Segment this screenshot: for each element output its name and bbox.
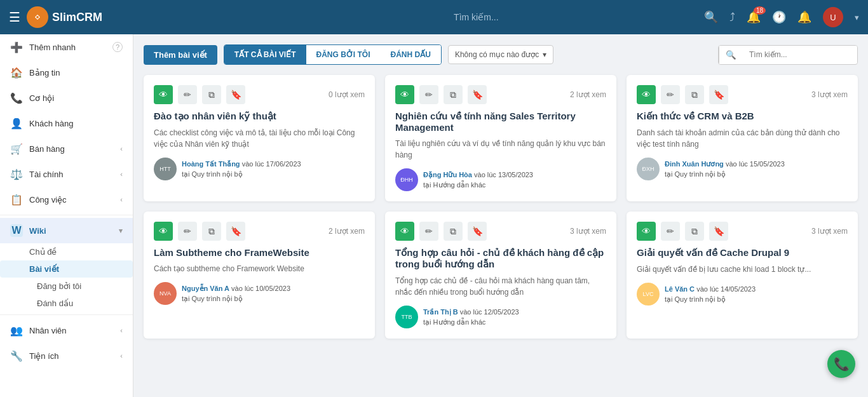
sidebar-item-cong-viec[interactable]: 📋 Công việc ‹	[0, 187, 133, 212]
nav-icons: 🔍 ⤴ 🔔 18 🕐 🔔 U ▾	[704, 7, 859, 27]
main-layout: ➕ Thêm nhanh ? 🏠 Bảng tin 📞 Cơ hội 👤 Khá…	[0, 34, 868, 397]
card-header-5: 👁 ✏ ⧉ 🔖 3 lượt xem	[395, 222, 606, 241]
edit-icon-btn-6[interactable]: ✏	[661, 222, 680, 241]
card-title-3: Kiến thức về CRM và B2B	[637, 111, 848, 122]
home-icon: 🏠	[10, 66, 23, 79]
sidebar-sub-dang-boi-toi[interactable]: Đăng bởi tôi	[0, 278, 133, 295]
sidebar-item-co-hoi[interactable]: 📞 Cơ hội	[0, 85, 133, 111]
phone-fab-button[interactable]: 📞	[827, 350, 855, 378]
search-icon[interactable]: 🔍	[704, 10, 718, 24]
author-category-5: tại Hướng dẫn khác	[423, 317, 519, 328]
edit-icon-btn-4[interactable]: ✏	[178, 222, 197, 241]
top-search[interactable]	[255, 12, 698, 22]
bookmark-icon-btn-1[interactable]: 🔖	[226, 85, 245, 104]
view-icon-btn-5[interactable]: 👁	[395, 222, 414, 241]
arrow-icon-task: ‹	[120, 196, 123, 203]
sidebar-sub-bai-viet[interactable]: Bài viết	[0, 260, 133, 278]
wiki-card-4: 👁 ✏ ⧉ 🔖 2 lượt xem Làm Subtheme cho Fram…	[144, 212, 375, 339]
tab-my-posts[interactable]: ĐĂNG BỞI TÔI	[306, 45, 381, 64]
sidebar-item-ban-hang[interactable]: 🛒 Bán hàng ‹	[0, 136, 133, 161]
sidebar-item-them-nhanh[interactable]: ➕ Thêm nhanh ?	[0, 34, 133, 60]
sidebar-item-tai-chinh[interactable]: ⚖️ Tài chính ‹	[0, 161, 133, 187]
card-desc-2: Tài liệu nghiên cứu và ví dụ về tính năn…	[395, 138, 606, 161]
card-header-4: 👁 ✏ ⧉ 🔖 2 lượt xem	[154, 222, 365, 241]
author-name-5: Trần Thị B	[423, 308, 458, 316]
card-views-4: 2 lượt xem	[329, 227, 365, 236]
edit-icon-btn-5[interactable]: ✏	[419, 222, 438, 241]
alert-icon[interactable]: 🔔	[797, 10, 811, 24]
clock-icon[interactable]: 🕐	[772, 10, 786, 24]
sidebar-item-wiki[interactable]: W Wiki ▾	[0, 218, 133, 243]
bookmark-icon-btn-3[interactable]: 🔖	[709, 85, 728, 104]
author-category-6: tại Quy trình nội bộ	[665, 294, 756, 305]
share-icon[interactable]: ⤴	[729, 11, 735, 24]
view-icon-btn-1[interactable]: 👁	[154, 85, 173, 104]
add-post-button[interactable]: Thêm bài viết	[144, 45, 217, 65]
arrow-icon-staff: ‹	[120, 326, 123, 334]
bookmark-icon-btn-4[interactable]: 🔖	[226, 222, 245, 241]
menu-icon[interactable]: ☰	[9, 10, 20, 25]
sidebar-label-wiki: Wiki	[29, 226, 46, 236]
phone-icon: 📞	[10, 91, 23, 104]
sidebar-item-nhan-vien[interactable]: 👥 Nhân viên ‹	[0, 318, 133, 343]
sidebar-item-khach-hang[interactable]: 👤 Khách hàng	[0, 111, 133, 136]
sidebar-label-nhan-vien: Nhân viên	[29, 326, 67, 335]
staff-icon: 👥	[10, 324, 23, 337]
wiki-card-5: 👁 ✏ ⧉ 🔖 3 lượt xem Tổng hợp câu hỏi - ch…	[385, 212, 616, 339]
bookmark-icon-btn-5[interactable]: 🔖	[468, 222, 487, 241]
card-views-6: 3 lượt xem	[811, 227, 848, 236]
card-desc-6: Giải quyết vấn đề bị lưu cache khi load …	[637, 264, 848, 275]
tab-group: TẤT CẢ BÀI VIẾT ĐĂNG BỞI TÔI ĐÁNH DẤU	[224, 44, 442, 65]
card-header-3: 👁 ✏ ⧉ 🔖 3 lượt xem	[637, 85, 848, 104]
main-content: Thêm bài viết TẤT CẢ BÀI VIẾT ĐĂNG BỞI T…	[133, 34, 868, 397]
bookmark-icon-btn-6[interactable]: 🔖	[709, 222, 728, 241]
card-author-4: Nguyễn Văn A vào lúc 10/05/2023 tại Quy …	[182, 283, 290, 304]
view-icon-btn-3[interactable]: 👁	[637, 85, 656, 104]
copy-icon-btn-4[interactable]: ⧉	[202, 222, 221, 241]
help-icon[interactable]: ?	[112, 42, 123, 52]
notification-icon[interactable]: 🔔 18	[747, 10, 761, 24]
sidebar-sub-danh-dau[interactable]: Đánh dấu	[0, 295, 133, 312]
card-title-5: Tổng hợp câu hỏi - chủ đề khách hàng đề …	[395, 247, 606, 270]
toolbar: Thêm bài viết TẤT CẢ BÀI VIẾT ĐĂNG BỞI T…	[144, 44, 858, 65]
card-author-3: Đinh Xuân Hương vào lúc 15/05/2023 tại Q…	[665, 159, 785, 180]
view-icon-btn-6[interactable]: 👁	[637, 222, 656, 241]
edit-icon-btn-2[interactable]: ✏	[419, 85, 438, 104]
logo-icon	[27, 6, 48, 28]
edit-icon-btn-3[interactable]: ✏	[661, 85, 680, 104]
cart-icon: 🛒	[10, 142, 23, 155]
author-name-4: Nguyễn Văn A	[182, 285, 229, 292]
copy-icon-btn-2[interactable]: ⧉	[444, 85, 463, 104]
edit-icon-btn-1[interactable]: ✏	[178, 85, 197, 104]
view-icon-btn-4[interactable]: 👁	[154, 222, 173, 241]
sidebar-label-tien-ich: Tiện ích	[29, 351, 59, 361]
sidebar-item-tien-ich[interactable]: 🔧 Tiện ích ‹	[0, 343, 133, 368]
user-menu-chevron[interactable]: ▾	[855, 13, 859, 22]
sidebar-item-bang-tin[interactable]: 🏠 Bảng tin	[0, 60, 133, 85]
card-footer-3: ĐXH Đinh Xuân Hương vào lúc 15/05/2023 t…	[637, 158, 848, 180]
card-author-5: Trần Thị B vào lúc 12/05/2023 tại Hướng …	[423, 307, 519, 328]
card-avatar-3: ĐXH	[637, 158, 660, 180]
top-search-input[interactable]	[412, 12, 539, 22]
filter-dropdown[interactable]: Không có mục nào được ▾	[448, 45, 553, 64]
sidebar-label-co-hoi: Cơ hội	[29, 93, 54, 103]
tab-all-posts[interactable]: TẤT CẢ BÀI VIẾT	[224, 45, 306, 64]
wiki-card-2: 👁 ✏ ⧉ 🔖 2 lượt xem Nghiên cứu về tính nă…	[385, 75, 616, 201]
copy-icon-btn-6[interactable]: ⧉	[685, 222, 704, 241]
user-avatar[interactable]: U	[823, 7, 843, 27]
copy-icon-btn-5[interactable]: ⧉	[444, 222, 463, 241]
chevron-down-icon: ▾	[543, 50, 546, 59]
sidebar-label-cong-viec: Công việc	[29, 195, 67, 205]
card-views-5: 3 lượt xem	[570, 227, 606, 236]
copy-icon-btn-3[interactable]: ⧉	[685, 85, 704, 104]
search-input[interactable]	[743, 46, 857, 64]
card-title-1: Đào tạo nhân viên kỹ thuật	[154, 111, 365, 122]
copy-icon-btn-1[interactable]: ⧉	[202, 85, 221, 104]
card-avatar-4: NVA	[154, 282, 177, 305]
view-icon-btn-2[interactable]: 👁	[395, 85, 414, 104]
search-icon-button[interactable]: 🔍	[719, 46, 743, 64]
sidebar-sub-chu-de[interactable]: Chủ đề	[0, 243, 133, 260]
tab-bookmarks[interactable]: ĐÁNH DẤU	[381, 45, 441, 64]
card-author-2: Đặng Hữu Hòa vào lúc 13/05/2023 tại Hướn…	[423, 170, 533, 191]
bookmark-icon-btn-2[interactable]: 🔖	[468, 85, 487, 104]
